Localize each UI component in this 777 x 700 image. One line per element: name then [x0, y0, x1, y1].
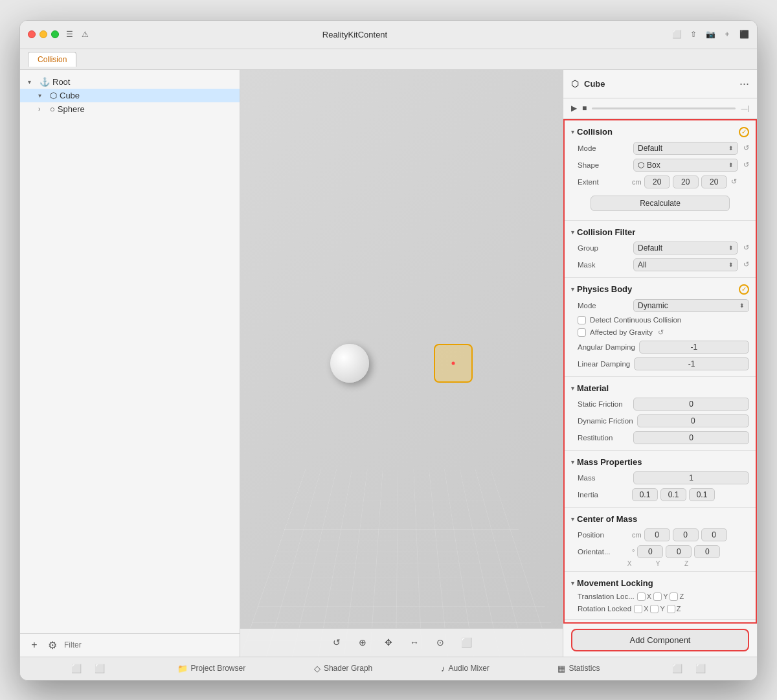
play-button[interactable]: ▶ — [571, 104, 577, 113]
tab-collision[interactable]: Collision — [28, 52, 76, 67]
rotation-y-label: Y — [660, 605, 664, 613]
expand-right-btn[interactable]: ⬜ — [692, 659, 710, 677]
position-unit: cm — [632, 531, 642, 539]
expand-left-btn[interactable]: ⬜ — [668, 659, 686, 677]
vp-focus-btn[interactable]: ⊕ — [354, 633, 372, 651]
sidebar-toggle-icon[interactable]: ⬛ — [739, 29, 749, 40]
tree-item-cube[interactable]: ▾ ⬡ Cube — [20, 89, 240, 102]
sidebar-left-toggle[interactable]: ⬜ — [67, 659, 85, 677]
vp-frame-btn[interactable]: ⬜ — [457, 633, 475, 651]
sidebar-right-toggle[interactable]: ⬜ — [91, 659, 109, 677]
rotation-z-checkbox[interactable] — [667, 605, 675, 613]
filter-input[interactable] — [64, 640, 232, 649]
group-select[interactable]: Default ⬍ — [633, 242, 738, 254]
section-physics-body: ▾ Physics Body ✓ Mode Dynamic ⬍ Detect C… — [565, 278, 756, 377]
position-x[interactable]: 0 — [644, 528, 670, 541]
tab-audio-mixer[interactable]: ♪ Audio Mixer — [441, 664, 490, 673]
translation-z-checkbox[interactable] — [670, 593, 678, 601]
group-reset[interactable]: ↺ — [743, 243, 749, 252]
section-physics-body-header[interactable]: ▾ Physics Body ✓ — [565, 282, 756, 297]
shape-select[interactable]: ⬡ Box ⬍ — [633, 159, 738, 172]
close-button[interactable] — [28, 30, 36, 38]
physics-mode-select[interactable]: Dynamic ⬍ — [633, 299, 749, 312]
linear-damping-input[interactable]: -1 — [634, 357, 749, 370]
rotation-x-checkbox[interactable] — [634, 605, 642, 613]
restitution-input[interactable]: 0 — [633, 431, 749, 444]
tree-view: ▾ ⚓ Root ▾ ⬡ Cube › ○ Sphere — [20, 70, 240, 633]
extent-x[interactable]: 20 — [644, 175, 670, 188]
rotation-x-label: X — [644, 605, 648, 613]
affected-gravity-checkbox[interactable] — [578, 328, 586, 337]
orientation-z[interactable]: 0 — [694, 545, 720, 558]
rotation-x-item: X — [634, 605, 648, 613]
tree-item-sphere[interactable]: › ○ Sphere — [20, 102, 240, 116]
cube-object[interactable] — [434, 344, 473, 383]
position-y[interactable]: 0 — [673, 528, 699, 541]
extent-z[interactable]: 20 — [701, 175, 727, 188]
window-control-1[interactable]: ⬜ — [671, 29, 682, 40]
vp-move-btn[interactable]: ✥ — [379, 633, 398, 651]
tab-shader-graph[interactable]: ◇ Shader Graph — [314, 664, 372, 673]
shape-reset[interactable]: ↺ — [743, 161, 749, 169]
translation-y-checkbox[interactable] — [653, 593, 662, 601]
detect-collision-checkbox[interactable] — [578, 316, 586, 324]
tab-project-browser[interactable]: 📁 Project Browser — [177, 664, 246, 673]
mask-reset[interactable]: ↺ — [743, 260, 749, 269]
inertia-z[interactable]: 0.1 — [689, 488, 715, 501]
camera-icon[interactable]: 📷 — [705, 29, 715, 40]
mode-select[interactable]: Default ⬍ — [633, 142, 738, 155]
section-mass-properties-header[interactable]: ▾ Mass Properties — [565, 455, 756, 469]
box-icon: ⬡ — [638, 161, 644, 170]
section-center-of-mass-header[interactable]: ▾ Center of Mass — [565, 512, 756, 526]
add-icon[interactable]: + — [722, 29, 732, 40]
add-component-button[interactable]: Add Component — [571, 629, 749, 651]
chevron-icon: ▾ — [571, 515, 574, 523]
chevron-icon: ▾ — [571, 229, 574, 236]
mass-input[interactable]: 1 — [633, 471, 749, 484]
dynamic-friction-input[interactable]: 0 — [637, 414, 749, 427]
rotation-y-checkbox[interactable] — [650, 605, 659, 613]
mode-reset[interactable]: ↺ — [743, 144, 749, 152]
orientation-x[interactable]: 0 — [637, 545, 663, 558]
entity-icon: ⬡ — [571, 78, 579, 89]
section-material-header[interactable]: ▾ Material — [565, 381, 756, 396]
add-item-button[interactable]: + — [28, 638, 41, 651]
inspector-more-button[interactable]: ··· — [739, 77, 749, 91]
viewport-content — [240, 70, 563, 657]
tree-item-label: Sphere — [58, 104, 85, 114]
tab-statistics[interactable]: ▦ Statistics — [557, 664, 600, 673]
vp-zoom-btn[interactable]: ⊙ — [431, 633, 449, 651]
inertia-y[interactable]: 0.1 — [660, 488, 686, 501]
position-z[interactable]: 0 — [701, 528, 727, 541]
share-icon[interactable]: ⇧ — [688, 29, 699, 40]
settings-button[interactable]: ⚙ — [46, 638, 59, 651]
extent-y[interactable]: 20 — [673, 175, 699, 188]
gravity-reset[interactable]: ↺ — [658, 328, 664, 337]
extent-reset[interactable]: ↺ — [731, 177, 737, 186]
section-movement-locking-header[interactable]: ▾ Movement Locking — [565, 576, 756, 591]
recalculate-button[interactable]: Recalculate — [591, 196, 730, 211]
vp-scale-btn[interactable]: ↔ — [405, 633, 423, 651]
translation-y-item: Y — [653, 593, 668, 601]
translation-x-checkbox[interactable] — [637, 593, 646, 601]
timeline-slider[interactable] — [592, 107, 736, 109]
tree-item-root[interactable]: ▾ ⚓ Root — [20, 75, 240, 89]
viewport-toolbar: ↺ ⊕ ✥ ↔ ⊙ ⬜ — [240, 628, 563, 657]
translation-y-label: Y — [663, 593, 668, 600]
angular-damping-input[interactable]: -1 — [639, 341, 749, 354]
inertia-x[interactable]: 0.1 — [632, 488, 658, 501]
static-friction-input[interactable]: 0 — [633, 398, 749, 411]
mask-value: All — [638, 260, 646, 269]
section-collision-header[interactable]: ▾ Collision ✓ — [565, 124, 756, 140]
titlebar: ☰ ⚠ RealityKitContent ⬜ ⇧ 📷 + ⬛ — [20, 21, 757, 49]
dynamic-friction-label: Dynamic Friction — [578, 417, 633, 425]
vp-orbit-btn[interactable]: ↺ — [328, 633, 346, 651]
select-arrow: ⬍ — [728, 262, 734, 268]
stop-button[interactable]: ■ — [582, 104, 587, 113]
orientation-y[interactable]: 0 — [666, 545, 692, 558]
mask-select[interactable]: All ⬍ — [633, 258, 738, 271]
section-collision-filter-header[interactable]: ▾ Collision Filter — [565, 225, 756, 240]
angular-damping-row: Angular Damping -1 — [565, 339, 756, 356]
section-mass-properties: ▾ Mass Properties Mass 1 Inertia 0.1 0.1… — [565, 451, 756, 508]
affected-gravity-label: Affected by Gravity — [590, 328, 653, 336]
